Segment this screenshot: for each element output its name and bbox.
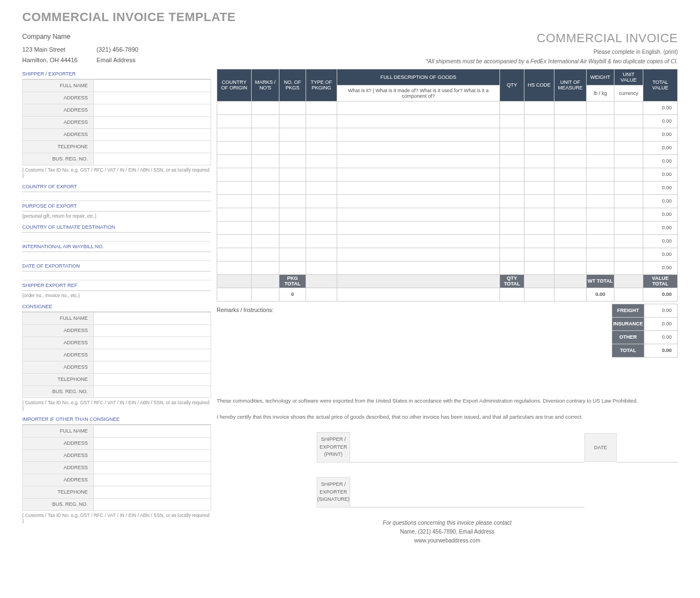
goods-cell[interactable] <box>500 128 524 141</box>
goods-cell[interactable] <box>337 181 500 194</box>
goods-cell[interactable] <box>252 101 279 114</box>
goods-cell[interactable] <box>306 221 337 234</box>
shipper-fullname[interactable] <box>94 79 211 92</box>
goods-cell[interactable] <box>252 208 279 221</box>
air-waybill-input[interactable] <box>22 252 211 261</box>
goods-cell[interactable] <box>554 114 587 128</box>
goods-cell[interactable] <box>306 168 337 181</box>
goods-cell[interactable] <box>614 208 643 221</box>
goods-cell[interactable] <box>306 181 337 194</box>
goods-cell[interactable] <box>587 221 614 234</box>
goods-cell[interactable] <box>337 154 500 168</box>
goods-cell[interactable] <box>217 114 252 128</box>
goods-cell[interactable] <box>587 101 614 114</box>
goods-cell[interactable] <box>614 261 643 274</box>
goods-cell[interactable] <box>306 154 337 168</box>
goods-cell[interactable] <box>614 141 643 154</box>
goods-cell[interactable] <box>337 234 500 248</box>
goods-cell[interactable] <box>554 234 587 248</box>
country-export-input[interactable] <box>22 192 211 201</box>
sig-signature-line[interactable] <box>350 477 584 507</box>
goods-cell[interactable] <box>279 181 306 194</box>
goods-cell[interactable] <box>524 154 554 168</box>
goods-cell[interactable] <box>524 168 554 181</box>
goods-cell[interactable] <box>217 101 252 114</box>
goods-cell[interactable] <box>306 248 337 261</box>
goods-cell[interactable] <box>279 234 306 248</box>
shipper-addr1[interactable] <box>94 92 211 104</box>
goods-cell[interactable] <box>500 154 524 168</box>
goods-cell[interactable] <box>500 248 524 261</box>
goods-cell[interactable] <box>524 101 554 114</box>
goods-cell[interactable] <box>279 208 306 221</box>
goods-cell[interactable] <box>252 261 279 274</box>
goods-cell[interactable] <box>524 181 554 194</box>
goods-cell[interactable] <box>554 248 587 261</box>
goods-cell[interactable] <box>279 141 306 154</box>
goods-cell[interactable] <box>614 128 643 141</box>
goods-cell[interactable] <box>306 101 337 114</box>
goods-cell[interactable] <box>279 194 306 208</box>
goods-cell[interactable] <box>306 194 337 208</box>
goods-cell[interactable] <box>524 114 554 128</box>
goods-cell[interactable] <box>337 114 500 128</box>
sig-print-line[interactable] <box>350 432 584 463</box>
goods-cell[interactable] <box>500 181 524 194</box>
goods-cell[interactable] <box>554 141 587 154</box>
goods-cell[interactable] <box>337 261 500 274</box>
goods-cell[interactable] <box>500 208 524 221</box>
goods-cell[interactable] <box>252 141 279 154</box>
goods-cell[interactable] <box>306 128 337 141</box>
goods-cell[interactable] <box>279 168 306 181</box>
goods-cell[interactable] <box>337 208 500 221</box>
goods-cell[interactable] <box>217 128 252 141</box>
goods-cell[interactable] <box>500 221 524 234</box>
goods-cell[interactable] <box>587 141 614 154</box>
goods-cell[interactable] <box>337 141 500 154</box>
goods-cell[interactable] <box>279 221 306 234</box>
goods-cell[interactable] <box>500 234 524 248</box>
goods-cell[interactable] <box>217 248 252 261</box>
goods-cell[interactable] <box>337 168 500 181</box>
goods-cell[interactable] <box>554 168 587 181</box>
goods-cell[interactable] <box>279 128 306 141</box>
goods-cell[interactable] <box>500 101 524 114</box>
goods-cell[interactable] <box>587 208 614 221</box>
goods-cell[interactable] <box>587 114 614 128</box>
goods-cell[interactable] <box>524 221 554 234</box>
goods-cell[interactable] <box>217 194 252 208</box>
goods-cell[interactable] <box>524 141 554 154</box>
goods-cell[interactable] <box>554 101 587 114</box>
goods-cell[interactable] <box>500 114 524 128</box>
goods-cell[interactable] <box>554 221 587 234</box>
goods-cell[interactable] <box>306 261 337 274</box>
goods-cell[interactable] <box>217 154 252 168</box>
goods-cell[interactable] <box>337 221 500 234</box>
goods-cell[interactable] <box>614 248 643 261</box>
goods-cell[interactable] <box>500 141 524 154</box>
sig-date-line[interactable] <box>617 432 678 463</box>
goods-cell[interactable] <box>587 181 614 194</box>
goods-cell[interactable] <box>614 194 643 208</box>
goods-cell[interactable] <box>500 261 524 274</box>
goods-cell[interactable] <box>306 141 337 154</box>
goods-cell[interactable] <box>554 181 587 194</box>
goods-cell[interactable] <box>217 181 252 194</box>
goods-cell[interactable] <box>500 194 524 208</box>
goods-cell[interactable] <box>587 154 614 168</box>
goods-cell[interactable] <box>252 181 279 194</box>
goods-cell[interactable] <box>614 101 643 114</box>
goods-cell[interactable] <box>554 194 587 208</box>
goods-cell[interactable] <box>252 194 279 208</box>
goods-cell[interactable] <box>524 208 554 221</box>
goods-cell[interactable] <box>217 168 252 181</box>
goods-cell[interactable] <box>217 141 252 154</box>
goods-cell[interactable] <box>524 194 554 208</box>
goods-cell[interactable] <box>252 154 279 168</box>
goods-cell[interactable] <box>217 234 252 248</box>
goods-cell[interactable] <box>554 154 587 168</box>
goods-cell[interactable] <box>252 128 279 141</box>
goods-cell[interactable] <box>217 208 252 221</box>
goods-cell[interactable] <box>217 221 252 234</box>
goods-cell[interactable] <box>524 261 554 274</box>
